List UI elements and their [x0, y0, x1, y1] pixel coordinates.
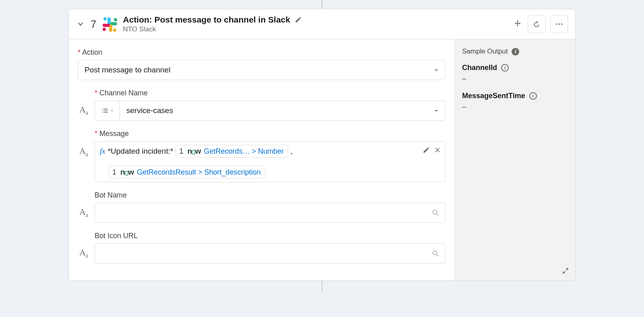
channel-name-label: Channel Name	[95, 89, 446, 97]
sample-output-heading: Sample Output	[462, 47, 508, 56]
expand-panel-icon[interactable]	[561, 267, 570, 275]
bot-icon-url-label: Bot Icon URL	[95, 232, 446, 240]
message-pill-number[interactable]: 1 now GetRecords… > Number	[175, 145, 288, 158]
action-select[interactable]: Post message to channel	[78, 60, 446, 80]
info-icon[interactable]: i	[529, 92, 537, 100]
edit-formula-icon[interactable]	[423, 146, 430, 154]
output-channel-id-key: ChannelId	[462, 64, 497, 72]
action-title: Action: Post message to channel in Slack	[123, 15, 290, 25]
svg-point-0	[556, 23, 557, 25]
refresh-button[interactable]	[528, 15, 545, 33]
channel-name-input[interactable]: service-cases	[95, 101, 446, 121]
bot-name-input[interactable]	[95, 203, 446, 223]
action-label: Action	[78, 48, 446, 57]
text-style-icon[interactable]: Aa	[78, 146, 90, 158]
step-number: 7	[91, 18, 96, 31]
text-style-icon[interactable]: Aa	[78, 247, 90, 259]
sample-output-panel: Sample Output i ChannelId i – MessageSen…	[454, 39, 575, 280]
collapse-chevron-icon[interactable]	[76, 20, 85, 29]
servicenow-logo-icon: now	[187, 147, 200, 156]
output-message-sent-time-key: MessageSentTime	[462, 92, 525, 100]
slack-logo-icon	[102, 16, 117, 32]
output-message-sent-time-value: –	[462, 103, 568, 111]
action-select-value: Post message to channel	[85, 66, 170, 74]
search-icon	[431, 209, 440, 217]
svg-point-1	[558, 23, 560, 25]
action-subtitle: NTO Slack	[123, 25, 302, 33]
svg-line-4	[437, 214, 438, 216]
flow-connector-top	[68, 0, 576, 9]
svg-point-3	[433, 210, 437, 214]
caret-down-icon	[433, 67, 440, 73]
search-icon	[431, 249, 440, 257]
card-header: 7 Action: Post message to channel in Sla…	[69, 9, 575, 39]
message-formula-input[interactable]: fx *Updated incident:* 1 now GetRecords……	[95, 141, 446, 182]
info-icon[interactable]: i	[501, 64, 509, 72]
header-left: 7 Action: Post message to channel in Sla…	[76, 15, 507, 33]
edit-title-icon[interactable]	[294, 16, 302, 24]
svg-point-2	[561, 23, 563, 25]
more-options-button[interactable]	[550, 15, 568, 33]
info-icon[interactable]: i	[512, 48, 519, 56]
output-channel-id-value: –	[462, 74, 568, 83]
drag-handle-icon[interactable]	[512, 19, 523, 29]
bot-icon-url-input[interactable]	[95, 243, 446, 263]
message-label: Message	[95, 130, 446, 138]
svg-line-6	[437, 255, 438, 256]
text-style-icon[interactable]: Aa	[78, 207, 90, 218]
message-static-text: *Updated incident:*	[108, 147, 173, 156]
message-pill-short-description[interactable]: 1 now GetRecordsResult > Short_descripti…	[109, 166, 265, 179]
channel-name-value: service-cases	[126, 106, 173, 115]
servicenow-logo-icon: now	[120, 168, 134, 177]
svg-point-5	[433, 251, 437, 255]
message-comma: ,	[291, 147, 293, 156]
text-style-icon[interactable]: Aa	[78, 105, 90, 116]
bot-name-label: Bot Name	[95, 191, 446, 200]
action-card: 7 Action: Post message to channel in Sla…	[68, 9, 576, 281]
flow-connector-bottom	[68, 281, 576, 292]
channel-picker-menu-icon[interactable]	[95, 101, 120, 120]
fx-icon: fx	[99, 147, 105, 156]
form-column: Action Post message to channel Channel N…	[69, 39, 454, 280]
caret-down-icon	[433, 107, 440, 114]
clear-formula-icon[interactable]	[434, 146, 441, 154]
